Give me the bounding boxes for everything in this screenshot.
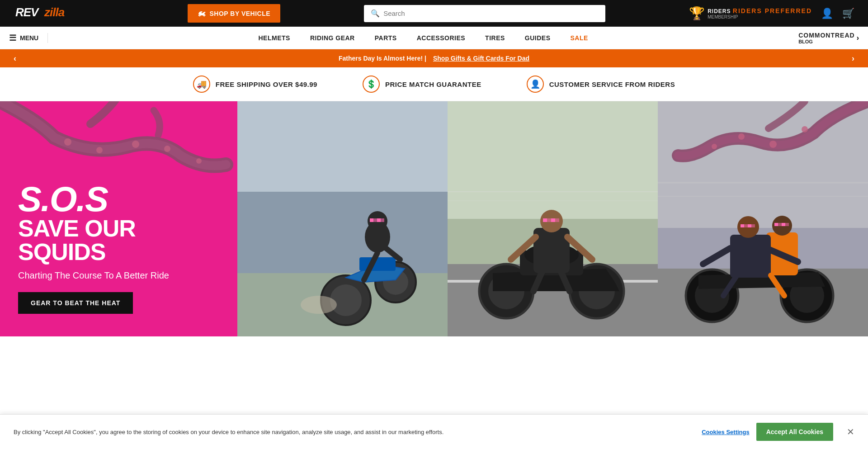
svg-rect-27 <box>381 218 384 222</box>
svg-rect-49 <box>555 218 559 222</box>
cta-label: GEAR TO BEAT THE HEAT <box>31 299 120 307</box>
preferred-label: RIDERS PREFERRED <box>733 7 812 14</box>
promo-text: Fathers Day Is Almost Here! | <box>339 55 426 62</box>
svg-rect-73 <box>741 224 744 227</box>
cart-icon[interactable]: 🛒 <box>842 8 854 19</box>
commontread-text-area: COMMONTREAD BLOG <box>798 32 855 44</box>
account-icon[interactable]: 👤 <box>821 8 833 19</box>
nav-riding-gear[interactable]: RIDING GEAR <box>300 34 365 42</box>
top-navigation: REV zilla 🏍 SHOP BY VEHICLE 🔍 🏆 RIDERS R… <box>0 0 868 27</box>
svg-rect-70 <box>730 235 771 278</box>
shipping-icon: 🚚 <box>193 76 210 93</box>
vehicle-icon: 🏍 <box>198 9 206 18</box>
riders-preferred-icon: 🏆 <box>689 6 705 21</box>
svg-rect-25 <box>373 218 377 222</box>
riders-preferred-text: RIDERS RIDERS PREFERRED MEMBERSHIP <box>708 7 812 19</box>
customer-service-icon: 👤 <box>527 76 544 93</box>
customer-service-text: CUSTOMER SERVICE FROM RIDERS <box>549 80 675 88</box>
hero-image-panel-2[interactable] <box>448 101 658 336</box>
svg-rect-43 <box>533 228 570 273</box>
nav-accessories[interactable]: ACCESSORIES <box>407 34 475 42</box>
benefits-bar: 🚚 FREE SHIPPING OVER $49.99 💲 PRICE MATC… <box>0 67 868 101</box>
hero-image-panel-3[interactable] <box>658 101 868 336</box>
benefit-customer-service: 👤 CUSTOMER SERVICE FROM RIDERS <box>527 76 675 93</box>
price-match-icon: 💲 <box>363 76 380 93</box>
search-input[interactable] <box>383 9 599 17</box>
commontread-blog[interactable]: COMMONTREAD BLOG › <box>798 32 859 44</box>
riders-preferred-title: RIDERS RIDERS PREFERRED <box>708 7 812 14</box>
shop-by-vehicle-button[interactable]: 🏍 SHOP BY VEHICLE <box>188 4 280 23</box>
hamburger-icon: ☰ <box>9 33 16 43</box>
promo-link[interactable]: Shop Gifts & Gift Cards For Dad <box>433 55 529 62</box>
nav-links: HELMETS RIDING GEAR PARTS ACCESSORIES TI… <box>48 34 798 42</box>
secondary-navigation: ☰ MENU HELMETS RIDING GEAR PARTS ACCESSO… <box>0 27 868 49</box>
svg-rect-68 <box>782 223 785 226</box>
nav-parts[interactable]: PARTS <box>365 34 407 42</box>
hero-subtitle: Charting The Course To A Better Ride <box>18 270 219 281</box>
price-match-text: PRICE MATCH GUARANTEE <box>385 80 481 88</box>
hero-title: SAVE OUR SQUIDS <box>18 217 219 264</box>
svg-rect-46 <box>543 218 547 222</box>
svg-rect-76 <box>751 224 755 227</box>
hero-section: S.O.S SAVE OUR SQUIDS Charting The Cours… <box>0 101 868 336</box>
svg-rect-66 <box>774 223 778 226</box>
hero-left-panel: S.O.S SAVE OUR SQUIDS Charting The Cours… <box>0 101 237 336</box>
svg-rect-69 <box>785 223 789 226</box>
promo-next-arrow[interactable]: › <box>852 54 854 63</box>
nav-guides[interactable]: GUIDES <box>515 34 561 42</box>
svg-text:zilla: zilla <box>44 5 65 19</box>
sos-title: S.O.S <box>18 181 219 217</box>
blog-label: BLOG <box>798 39 855 44</box>
search-bar: 🔍 <box>364 5 605 22</box>
chevron-right-icon: › <box>857 34 859 42</box>
benefit-price-match: 💲 PRICE MATCH GUARANTEE <box>363 76 481 93</box>
svg-rect-67 <box>778 223 782 226</box>
search-icon: 🔍 <box>371 9 380 18</box>
right-nav: 🏆 RIDERS RIDERS PREFERRED MEMBERSHIP 👤 🛒 <box>689 6 854 21</box>
svg-text:REV: REV <box>15 5 40 19</box>
riders-preferred-membership[interactable]: 🏆 RIDERS RIDERS PREFERRED MEMBERSHIP <box>689 6 812 21</box>
svg-point-16 <box>330 284 362 316</box>
shop-by-vehicle-label: SHOP BY VEHICLE <box>210 10 271 17</box>
benefit-shipping: 🚚 FREE SHIPPING OVER $49.99 <box>193 76 317 93</box>
promo-prev-arrow[interactable]: ‹ <box>14 54 16 63</box>
site-logo[interactable]: REV zilla <box>14 4 86 23</box>
svg-rect-24 <box>370 218 373 222</box>
hero-image-panel-1[interactable] <box>237 101 448 336</box>
nav-tires[interactable]: TIRES <box>475 34 515 42</box>
svg-rect-48 <box>551 218 555 222</box>
promo-banner: ‹ Fathers Day Is Almost Here! | Shop Gif… <box>0 49 868 67</box>
membership-label: MEMBERSHIP <box>708 14 812 19</box>
nav-helmets[interactable]: HELMETS <box>249 34 300 42</box>
nav-sale[interactable]: SALE <box>561 34 598 42</box>
svg-rect-74 <box>744 224 748 227</box>
svg-rect-75 <box>748 224 751 227</box>
svg-rect-20 <box>359 257 396 271</box>
svg-rect-47 <box>547 218 551 222</box>
menu-label: MENU <box>20 34 38 42</box>
menu-toggle[interactable]: ☰ MENU <box>9 33 48 43</box>
hero-images <box>237 101 868 336</box>
svg-point-30 <box>301 296 337 314</box>
svg-rect-26 <box>377 218 381 222</box>
logo-area: REV zilla <box>14 4 104 23</box>
gear-to-beat-heat-button[interactable]: GEAR TO BEAT THE HEAT <box>18 292 133 314</box>
shipping-text: FREE SHIPPING OVER $49.99 <box>216 80 317 88</box>
commontread-label: COMMONTREAD <box>798 32 855 39</box>
